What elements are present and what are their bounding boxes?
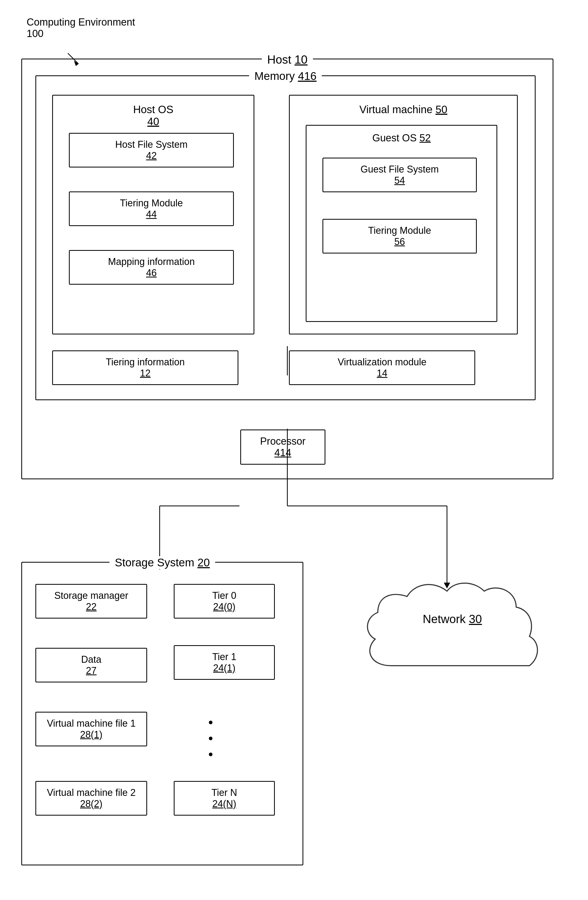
page-container: Computing Environment 100 Host 10 Memory… bbox=[0, 0, 588, 900]
tiering-info-box: Tiering information 12 bbox=[52, 351, 238, 385]
memory-label: Memory 416 bbox=[249, 70, 322, 82]
computing-env-number: 100 bbox=[26, 28, 43, 39]
storage-system-box: Storage System 20 Storage manager 22 Tie… bbox=[21, 562, 303, 865]
guest-os-box: Guest OS 52 Guest File System 54 Tiering… bbox=[306, 125, 497, 322]
host-os-label: Host OS 40 bbox=[133, 104, 173, 127]
cloud-svg bbox=[359, 575, 545, 703]
data-box: Data 27 bbox=[36, 648, 147, 683]
storage-system-label: Storage System 20 bbox=[109, 556, 215, 569]
dots: ••• bbox=[208, 714, 213, 762]
vm-label: Virtual machine 50 bbox=[359, 104, 447, 116]
tiering-module-guest-box: Tiering Module 56 bbox=[322, 219, 477, 253]
computing-env-label: Computing Environment bbox=[26, 17, 135, 28]
tier0-box: Tier 0 24(0) bbox=[174, 584, 275, 619]
tiering-module-host-box: Tiering Module 44 bbox=[69, 191, 234, 226]
network-label-container: Network 30 bbox=[375, 613, 529, 626]
virtual-machine-box: Virtual machine 50 Guest OS 52 Guest Fil… bbox=[289, 95, 518, 334]
host-os-box: Host OS 40 Host File System 42 Tiering M… bbox=[52, 95, 254, 334]
processor-box: Processor 414 bbox=[240, 430, 325, 465]
network-label: Network 30 bbox=[423, 613, 482, 625]
tier1-box: Tier 1 24(1) bbox=[174, 645, 275, 680]
vm-file2-box: Virtual machine file 2 28(2) bbox=[36, 781, 147, 816]
host-label: Host 10 bbox=[262, 53, 313, 66]
mapping-info-box: Mapping information 46 bbox=[69, 250, 234, 285]
network-cloud: Network 30 bbox=[359, 575, 545, 704]
storage-manager-box: Storage manager 22 bbox=[36, 584, 147, 619]
guest-file-system-box: Guest File System 54 bbox=[322, 158, 477, 192]
virtualization-module-box: Virtualization module 14 bbox=[289, 351, 475, 385]
guest-os-label: Guest OS 52 bbox=[372, 132, 431, 144]
host-box: Host 10 Memory 416 Host OS 40 Host File … bbox=[21, 59, 553, 479]
vm-file1-box: Virtual machine file 1 28(1) bbox=[36, 712, 147, 746]
computing-env-section: Computing Environment 100 bbox=[26, 17, 135, 39]
tierN-box: Tier N 24(N) bbox=[174, 781, 275, 816]
host-file-system-box: Host File System 42 bbox=[69, 133, 234, 168]
memory-box: Memory 416 Host OS 40 Host File System 4… bbox=[36, 75, 535, 400]
